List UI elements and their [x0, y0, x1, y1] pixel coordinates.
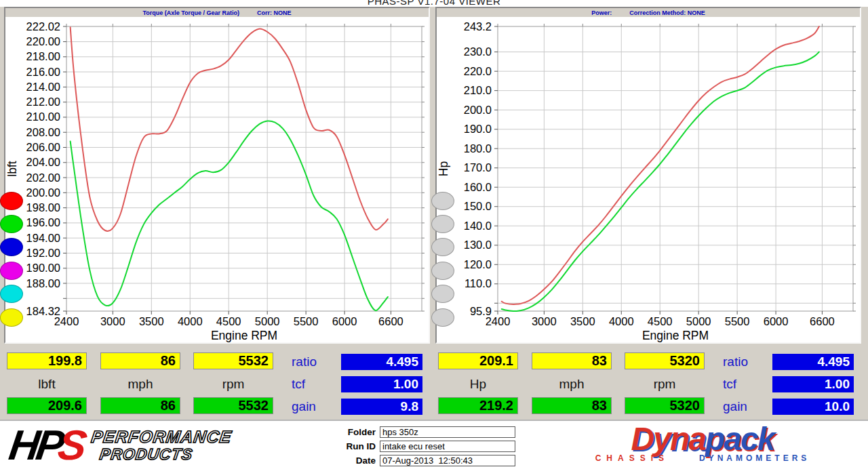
- channel-color-button-1[interactable]: [431, 192, 454, 210]
- svg-text:5500: 5500: [725, 315, 750, 327]
- svg-text:3000: 3000: [100, 315, 125, 327]
- channel-color-button-2[interactable]: [431, 215, 454, 233]
- svg-text:140.0: 140.0: [464, 220, 492, 232]
- gain-label: gain: [723, 399, 747, 414]
- channel-color-button-6[interactable]: [0, 308, 23, 327]
- torque-readout-panel: 199.8 86 5532 lbft mph rpm 209.6 86 5532…: [4, 348, 430, 417]
- power-chart-body: 243.2230.0220.0210.0200.0190.0180.0170.0…: [437, 17, 860, 342]
- svg-text:190.0: 190.0: [464, 123, 492, 135]
- svg-text:2400: 2400: [54, 315, 79, 327]
- rpm-run1-value: 5320: [625, 352, 705, 369]
- channel-color-button-5[interactable]: [431, 285, 454, 303]
- hps-performance-text: PERFORMANCE: [90, 428, 233, 446]
- power-header-label: Power:: [591, 9, 612, 16]
- folder-label: Folder: [335, 427, 376, 437]
- gain-label: gain: [292, 399, 316, 414]
- hps-words: PERFORMANCE PRODUCTS: [87, 428, 233, 463]
- svg-text:190.00: 190.00: [26, 262, 60, 274]
- runid-row: Run ID intake ecu reset: [335, 441, 515, 452]
- tcf-label: tcf: [723, 377, 736, 392]
- svg-text:4000: 4000: [178, 315, 203, 327]
- svg-text:150.0: 150.0: [464, 200, 492, 212]
- svg-text:206.00: 206.00: [26, 141, 60, 153]
- speed-run2-value: 86: [100, 397, 180, 414]
- channel-color-button-2[interactable]: [0, 215, 23, 233]
- svg-text:222.02: 222.02: [26, 20, 60, 33]
- date-row: Date 07-Aug-2013 12:50:43: [335, 455, 515, 466]
- svg-text:210.0: 210.0: [464, 84, 492, 96]
- svg-text:6000: 6000: [332, 315, 357, 327]
- svg-text:243.2: 243.2: [464, 20, 492, 33]
- channel-color-button-5[interactable]: [0, 285, 23, 303]
- torque-run2-value: 209.6: [7, 397, 87, 414]
- svg-text:170.0: 170.0: [464, 161, 492, 174]
- channel-color-button-3[interactable]: [431, 238, 454, 256]
- speed-unit-label: mph: [532, 377, 612, 392]
- power-chart: 243.2230.0220.0210.0200.0190.0180.0170.0…: [437, 17, 860, 342]
- svg-text:lbft: lbft: [5, 161, 19, 176]
- channel-color-button-1[interactable]: [0, 192, 23, 210]
- channel-color-button-3[interactable]: [0, 238, 23, 256]
- channel-color-button-6[interactable]: [431, 308, 454, 327]
- svg-text:110.0: 110.0: [465, 277, 492, 289]
- footer-bar: HPS PERFORMANCE PRODUCTS Folder hps 350z…: [0, 420, 868, 467]
- svg-text:6600: 6600: [810, 315, 835, 327]
- folder-field[interactable]: hps 350z: [380, 426, 515, 438]
- torque-unit-label: lbft: [7, 377, 87, 392]
- date-field[interactable]: 07-Aug-2013 12:50:43: [380, 455, 515, 466]
- date-label: Date: [335, 455, 376, 466]
- svg-text:214.00: 214.00: [26, 81, 60, 93]
- svg-text:204.00: 204.00: [26, 156, 60, 168]
- runid-field[interactable]: intake ecu reset: [380, 441, 515, 452]
- svg-text:220.0: 220.0: [464, 65, 492, 77]
- torque-chart-header: Torque (Axle Torque / Gear Ratio) Corr: …: [5, 8, 429, 17]
- rpm-run2-value: 5532: [193, 397, 273, 414]
- rpm-run1-value: 5532: [193, 352, 273, 369]
- gain-value: 10.0: [772, 399, 854, 415]
- svg-text:202.00: 202.00: [26, 171, 60, 184]
- gain-value: 9.8: [341, 399, 422, 415]
- svg-text:200.00: 200.00: [26, 186, 60, 199]
- charts-area: Torque (Axle Torque / Gear Ratio) Corr: …: [0, 7, 868, 344]
- svg-text:120.0: 120.0: [464, 258, 492, 270]
- channel-color-button-4[interactable]: [431, 262, 454, 280]
- ratio-value: 4.495: [341, 354, 422, 370]
- torque-header-label: Torque (Axle Torque / Gear Ratio): [142, 9, 239, 16]
- tcf-label: tcf: [292, 377, 305, 392]
- svg-text:230.0: 230.0: [464, 45, 492, 58]
- ratio-label: ratio: [723, 354, 748, 369]
- power-run2-value: 219.2: [438, 397, 518, 414]
- tcf-value: 1.00: [772, 376, 854, 392]
- window-title: PHAS-SP V1.7-04 VIEWER: [368, 0, 501, 7]
- power-run1-value: 209.1: [438, 352, 518, 369]
- power-readout-panel: 209.1 83 5320 Hp mph rpm 219.2 83 5320 r…: [435, 348, 861, 417]
- torque-chart-panel: Torque (Axle Torque / Gear Ratio) Corr: …: [4, 7, 430, 344]
- svg-text:212.00: 212.00: [26, 96, 60, 108]
- svg-text:2400: 2400: [486, 315, 511, 327]
- speed-run2-value: 83: [532, 397, 612, 414]
- svg-text:5000: 5000: [255, 315, 280, 327]
- ratio-value: 4.495: [772, 354, 854, 370]
- svg-text:5500: 5500: [294, 315, 319, 327]
- hps-products-text: PRODUCTS: [98, 446, 230, 463]
- svg-text:180.0: 180.0: [464, 142, 492, 155]
- channel-color-button-4[interactable]: [0, 262, 23, 280]
- svg-text:196.00: 196.00: [26, 216, 60, 228]
- svg-text:3500: 3500: [139, 315, 164, 327]
- svg-text:192.00: 192.00: [26, 247, 60, 259]
- svg-text:208.00: 208.00: [26, 126, 60, 138]
- ratio-label: ratio: [292, 354, 317, 369]
- readout-area: 199.8 86 5532 lbft mph rpm 209.6 86 5532…: [0, 345, 868, 417]
- svg-text:220.00: 220.00: [26, 35, 60, 47]
- svg-text:Engine RPM: Engine RPM: [211, 329, 277, 342]
- svg-text:218.00: 218.00: [26, 50, 60, 62]
- svg-text:6600: 6600: [378, 315, 403, 327]
- folder-row: Folder hps 350z: [335, 426, 515, 438]
- dynapack-logo: Dynapack CHASSIS DYNAMOMETERS: [547, 424, 859, 463]
- rpm-unit-label: rpm: [625, 377, 705, 392]
- svg-text:Hp: Hp: [437, 161, 450, 176]
- rpm-unit-label: rpm: [193, 377, 273, 392]
- svg-text:194.00: 194.00: [26, 232, 60, 244]
- svg-text:130.0: 130.0: [464, 239, 492, 251]
- hps-logo: HPS PERFORMANCE PRODUCTS: [9, 426, 230, 464]
